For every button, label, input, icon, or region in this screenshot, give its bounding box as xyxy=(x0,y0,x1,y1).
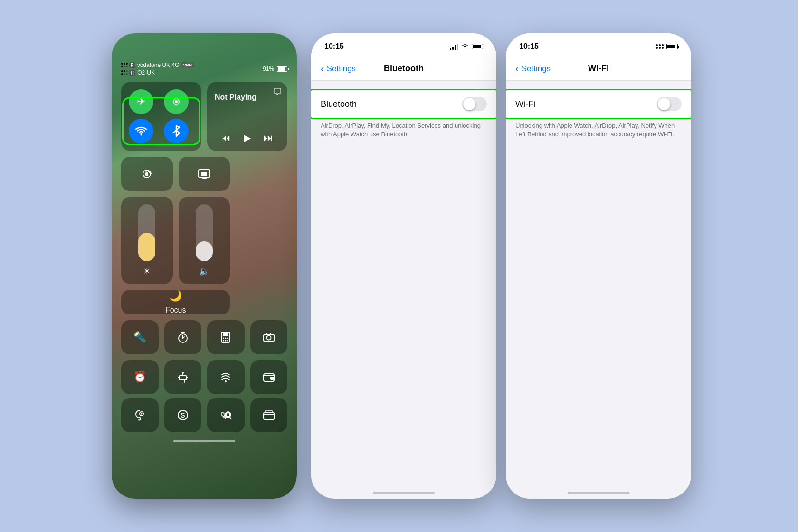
bluetooth-toggle-wrapper: Bluetooth xyxy=(311,90,496,118)
play-button[interactable]: ▶ xyxy=(244,132,251,143)
rewind-button[interactable]: ⏮ xyxy=(221,133,231,143)
alarm-icon: ⏰ xyxy=(133,371,146,383)
brightness-fill xyxy=(138,233,155,261)
wifi-back-label: Settings xyxy=(522,64,551,74)
flashlight-button[interactable]: 🔦 xyxy=(121,320,159,354)
svg-point-8 xyxy=(223,338,224,339)
sound-recognition-button[interactable] xyxy=(207,360,245,394)
carrier1-label: vodafone UK 4G xyxy=(137,62,180,68)
bluetooth-back-button[interactable]: ‹ Settings xyxy=(321,63,356,74)
timer-icon xyxy=(177,331,189,343)
screen-mirror-button[interactable] xyxy=(179,157,230,191)
bluetooth-nav-bar: ‹ Settings Bluetooth xyxy=(311,57,496,81)
magnifier-button[interactable] xyxy=(207,398,245,432)
hearing-button[interactable] xyxy=(121,398,159,432)
carrier-row-1: P vodafone UK 4G VPN xyxy=(121,62,194,68)
timer-button[interactable] xyxy=(164,320,202,354)
focus-label: Focus xyxy=(165,306,186,314)
home-indicator xyxy=(173,440,235,442)
signal-bars-2 xyxy=(121,70,127,75)
svg-text:S: S xyxy=(180,411,185,419)
screen-mirror-icon xyxy=(198,167,211,180)
battery-body xyxy=(277,66,287,72)
toggle-section-wifi: Wi-Fi xyxy=(506,90,691,118)
brightness-slider[interactable]: ☀ xyxy=(121,197,173,284)
bar2 xyxy=(452,47,454,50)
wallet-button[interactable] xyxy=(250,360,288,394)
rotation-lock-button[interactable] xyxy=(121,157,173,191)
sliders-and-focus-row: ☀ 🔈 🌙 Focus xyxy=(121,197,287,314)
brightness-icon: ☀ xyxy=(143,266,151,276)
wifi-status-svg xyxy=(461,43,469,49)
signal-bars xyxy=(450,44,458,50)
svg-point-11 xyxy=(223,340,224,342)
focus-button[interactable]: 🌙 Focus xyxy=(121,290,230,314)
svg-rect-7 xyxy=(223,333,228,336)
wifi-status-bar: 10:15 xyxy=(506,33,691,57)
media-controls: ⏮ ▶ ⏭ xyxy=(215,132,280,143)
bluetooth-time: 10:15 xyxy=(324,42,344,51)
fastforward-button[interactable]: ⏭ xyxy=(264,133,273,143)
bar3 xyxy=(455,45,456,50)
carrier-info: P vodafone UK 4G VPN R O2-UK xyxy=(121,62,194,76)
shazam-button[interactable]: S xyxy=(164,398,202,432)
wifi-home-indicator xyxy=(568,492,629,494)
bluetooth-settings-content: Bluetooth AirDrop, AirPlay, Find My, Loc… xyxy=(311,81,496,487)
phone-control-center: P vodafone UK 4G VPN R O2-UK 91% xyxy=(112,33,297,499)
carrier2-label: O2-UK xyxy=(137,69,155,76)
alarm-button[interactable]: ⏰ xyxy=(121,360,159,394)
airplay-svg xyxy=(273,87,282,95)
wifi-toggle-switch[interactable] xyxy=(657,97,682,111)
brightness-track xyxy=(138,204,155,261)
not-playing-label: Not Playing xyxy=(215,93,280,102)
svg-rect-17 xyxy=(179,376,187,380)
accessibility-shortcut-button[interactable] xyxy=(164,360,202,394)
wifi-back-button[interactable]: ‹ Settings xyxy=(515,63,551,74)
camera-button[interactable] xyxy=(250,320,288,354)
bottom-icons-row2: ⏰ xyxy=(121,360,287,394)
back-chevron-icon: ‹ xyxy=(321,63,324,74)
wifi-status-icon xyxy=(461,43,469,50)
hearing-icon xyxy=(134,409,145,421)
svg-rect-28 xyxy=(265,411,273,413)
svg-point-10 xyxy=(227,338,228,339)
svg-rect-27 xyxy=(264,413,274,419)
shazam-icon: S xyxy=(177,409,189,421)
wifi-button[interactable] xyxy=(129,119,153,143)
svg-point-13 xyxy=(227,340,228,342)
airplay-icon xyxy=(273,87,282,97)
volume-slider[interactable]: 🔈 xyxy=(179,197,230,284)
airplane-button[interactable]: ✈ xyxy=(129,89,153,114)
wifi-time: 10:15 xyxy=(519,42,539,51)
wallet-icon xyxy=(263,372,275,382)
svg-rect-2 xyxy=(145,172,148,176)
wifi-back-chevron-icon: ‹ xyxy=(515,63,519,74)
sound-recognition-icon xyxy=(220,371,231,383)
bluetooth-toggle-switch[interactable] xyxy=(462,97,487,111)
bluetooth-toggle-row: Bluetooth xyxy=(311,90,496,118)
svg-point-12 xyxy=(225,340,227,342)
battery-area: 91% xyxy=(263,66,287,72)
cards-icon xyxy=(263,410,275,420)
bottom-icons-row3: S xyxy=(121,398,287,432)
battery-fill xyxy=(278,67,285,71)
flashlight-icon: 🔦 xyxy=(133,331,146,343)
phone-bluetooth-settings: 10:15 ‹ Settings xyxy=(311,33,496,499)
carrier-row-2: R O2-UK xyxy=(121,69,194,76)
phone-wifi-settings: 10:15 ‹ Settings Wi-Fi Wi-Fi xyxy=(506,33,691,499)
toggle-knob xyxy=(463,98,475,110)
volume-track xyxy=(196,204,213,261)
cards-button[interactable] xyxy=(250,398,288,432)
cellular-button[interactable] xyxy=(164,89,189,114)
battery-fill-small xyxy=(473,45,481,48)
svg-point-18 xyxy=(182,372,184,374)
svg-point-23 xyxy=(141,413,142,415)
control-center-background: P vodafone UK 4G VPN R O2-UK 91% xyxy=(112,33,297,499)
svg-point-15 xyxy=(266,336,271,340)
bluetooth-button[interactable] xyxy=(164,119,189,143)
wifi-icon xyxy=(135,126,147,136)
bottom-icons-row1: 🔦 xyxy=(121,320,287,354)
calculator-button[interactable] xyxy=(207,320,245,354)
svg-point-26 xyxy=(226,413,230,417)
volume-fill xyxy=(196,241,213,261)
